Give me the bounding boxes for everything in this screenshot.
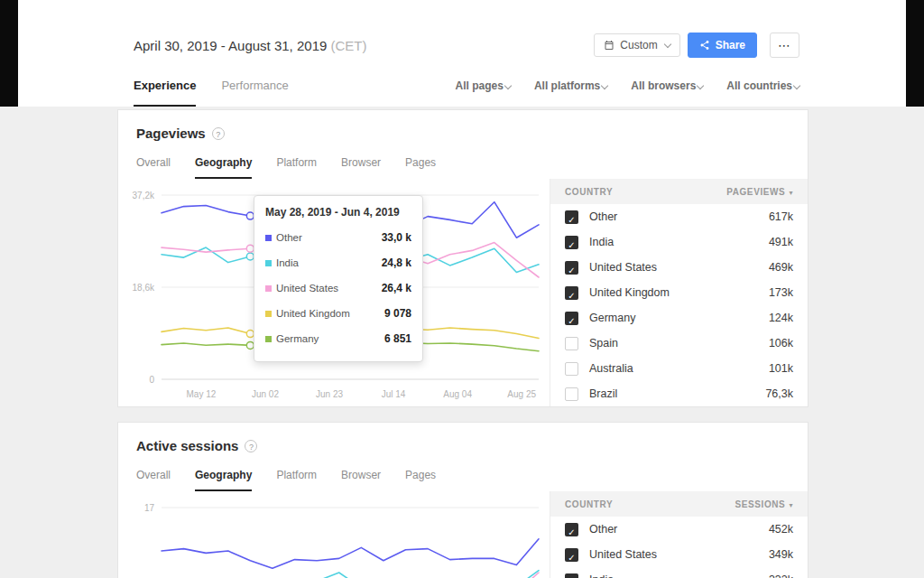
chevron-down-icon	[504, 82, 512, 89]
country-value: 124k	[769, 312, 793, 324]
tooltip-value: 9 078	[384, 307, 411, 320]
row-checkbox[interactable]: ✓	[565, 236, 578, 249]
filter-label: All platforms	[534, 79, 600, 92]
pv-tab-browser[interactable]: Browser	[341, 149, 381, 179]
chart-tooltip: May 28, 2019 - Jun 4, 2019 Other33,0 k I…	[254, 195, 423, 362]
country-label: United States	[589, 548, 657, 561]
as-tab-geography[interactable]: Geography	[195, 461, 252, 491]
tab-performance[interactable]: Performance	[221, 79, 288, 107]
filter-label: All browsers	[631, 79, 696, 92]
pv-tab-overall[interactable]: Overall	[136, 149, 171, 179]
check-icon: ✓	[568, 527, 575, 537]
svg-text:0: 0	[149, 375, 154, 385]
svg-text:Jun 02: Jun 02	[252, 389, 279, 399]
chevron-down-icon	[663, 40, 670, 47]
value-column-header[interactable]: PAGEVIEWS▾	[726, 187, 793, 197]
active-sessions-card: Active sessions ? Overall Geography Plat…	[117, 422, 808, 578]
page-header: April 30, 2019 - August 31, 2019 (CET) C…	[18, 0, 906, 107]
row-checkbox[interactable]: ✓	[565, 261, 578, 275]
check-icon: ✓	[568, 266, 575, 275]
series-swatch	[265, 336, 272, 342]
filter-all-browsers[interactable]: All browsers	[631, 79, 703, 92]
main-nav-tabs: Experience Performance	[134, 79, 289, 107]
svg-text:Jun 23: Jun 23	[316, 389, 343, 399]
series-swatch	[265, 260, 272, 266]
top-frame: April 30, 2019 - August 31, 2019 (CET) C…	[0, 0, 924, 107]
country-value: 491k	[769, 236, 793, 248]
table-row-united-states[interactable]: ✓United States469k	[550, 255, 808, 280]
country-column-header: COUNTRY	[565, 187, 613, 197]
table-row-brazil[interactable]: ✓Brazil76,3k	[550, 381, 808, 406]
pageviews-chart[interactable]: 37,2k18,6k0May 12Jun 02Jun 23Jul 14Aug 0…	[118, 179, 550, 406]
country-label: India	[589, 236, 614, 248]
table-row-india[interactable]: ✓India491k	[550, 229, 808, 255]
row-checkbox[interactable]: ✓	[565, 387, 578, 401]
country-label: Brazil	[589, 387, 617, 400]
svg-text:May 12: May 12	[186, 389, 216, 399]
header-actions: Custom Share ⋯	[594, 33, 799, 58]
info-icon[interactable]: ?	[212, 127, 225, 140]
as-tab-platform[interactable]: Platform	[276, 461, 317, 491]
tooltip-label: United Kingdom	[276, 308, 350, 319]
timezone-label: (CET)	[331, 38, 367, 53]
tab-experience[interactable]: Experience	[134, 79, 196, 107]
more-options-button[interactable]: ⋯	[770, 33, 799, 58]
chevron-down-icon	[697, 82, 704, 89]
pageviews-card: Pageviews ? Overall Geography Platform B…	[117, 109, 808, 407]
pv-tab-platform[interactable]: Platform	[276, 149, 317, 179]
filter-all-pages[interactable]: All pages	[456, 79, 511, 92]
tooltip-row: India24,8 k	[265, 250, 411, 275]
series-swatch	[265, 311, 272, 317]
sessions-line-chart[interactable]: 17	[122, 497, 550, 578]
table-header: COUNTRY SESSIONS▾	[550, 491, 808, 517]
table-row-australia[interactable]: ✓Australia101k	[550, 356, 808, 381]
row-checkbox[interactable]: ✓	[565, 523, 578, 536]
row-checkbox[interactable]: ✓	[565, 210, 578, 224]
sessions-chart[interactable]: 17	[118, 491, 550, 578]
custom-date-button[interactable]: Custom	[594, 33, 679, 57]
table-row-other[interactable]: ✓Other617k	[550, 204, 808, 229]
country-column-header: COUNTRY	[565, 499, 613, 509]
filter-all-platforms[interactable]: All platforms	[534, 79, 607, 92]
tooltip-value: 26,4 k	[382, 282, 411, 294]
chevron-down-icon	[793, 82, 800, 89]
value-column-header[interactable]: SESSIONS▾	[735, 499, 793, 509]
row-checkbox[interactable]: ✓	[565, 362, 578, 376]
share-button[interactable]: Share	[688, 33, 757, 58]
pv-tab-pages[interactable]: Pages	[405, 149, 436, 179]
row-checkbox[interactable]: ✓	[565, 573, 578, 578]
table-row-united-kingdom[interactable]: ✓United Kingdom173k	[550, 280, 808, 305]
country-value: 101k	[769, 362, 793, 375]
country-value: 173k	[769, 286, 793, 299]
row-checkbox[interactable]: ✓	[565, 548, 578, 562]
row-checkbox[interactable]: ✓	[565, 312, 578, 325]
filter-bar: All pages All platforms All browsers All…	[456, 79, 799, 107]
table-row-other[interactable]: ✓Other452k	[550, 517, 808, 542]
filter-all-countries[interactable]: All countries	[726, 79, 799, 92]
as-tab-pages[interactable]: Pages	[405, 461, 436, 491]
chevron-down-icon	[601, 82, 608, 89]
tooltip-label: Germany	[276, 333, 319, 344]
tooltip-row: United Kingdom9 078	[265, 301, 411, 326]
filter-label: All pages	[456, 79, 504, 92]
row-checkbox[interactable]: ✓	[565, 337, 578, 350]
as-tab-browser[interactable]: Browser	[341, 461, 381, 491]
pv-tab-geography[interactable]: Geography	[195, 149, 252, 179]
country-value: 617k	[769, 210, 793, 223]
svg-text:18,6k: 18,6k	[133, 283, 155, 293]
table-row-united-states[interactable]: ✓United States349k	[550, 542, 808, 567]
table-row-india[interactable]: ✓India332k	[550, 567, 808, 578]
tooltip-value: 33,0 k	[382, 231, 411, 244]
pageviews-country-table: COUNTRY PAGEVIEWS▾ ✓Other617k ✓India491k…	[550, 179, 808, 406]
as-tab-overall[interactable]: Overall	[136, 461, 171, 491]
country-label: Other	[589, 523, 617, 536]
table-row-spain[interactable]: ✓Spain106k	[550, 331, 808, 356]
table-row-germany[interactable]: ✓Germany124k	[550, 305, 808, 331]
check-icon: ✓	[568, 291, 575, 301]
info-icon[interactable]: ?	[245, 440, 257, 452]
sessions-country-table: COUNTRY SESSIONS▾ ✓Other452k ✓United Sta…	[550, 491, 808, 578]
svg-text:37,2k: 37,2k	[133, 191, 155, 200]
row-checkbox[interactable]: ✓	[565, 286, 578, 300]
sessions-tabs: Overall Geography Platform Browser Pages	[118, 461, 808, 491]
series-swatch	[265, 285, 272, 292]
